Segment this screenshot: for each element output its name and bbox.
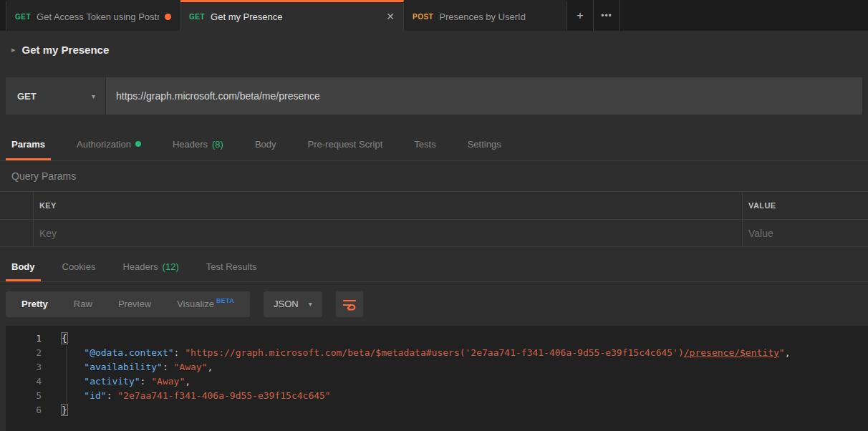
tab-params[interactable]: Params — [6, 127, 51, 160]
tab-response-body[interactable]: Body — [6, 252, 41, 281]
code-line: 6} — [6, 403, 868, 417]
tab-label: Body — [11, 261, 35, 272]
close-tab-icon[interactable]: ✕ — [386, 11, 395, 22]
view-label: Raw — [74, 299, 92, 309]
tab-label: Tests — [414, 139, 435, 150]
tab-label: Body — [255, 139, 276, 150]
row-handle-cell — [0, 192, 34, 219]
tabbar-spacer — [0, 0, 6, 31]
tab-test-results[interactable]: Test Results — [201, 252, 263, 281]
tab-title: Get my Presence — [211, 11, 376, 22]
tab-title: Get Access Token using Postma... — [37, 11, 159, 22]
code-line: 2 "@odata.context": "https://graph.micro… — [6, 346, 868, 360]
url-input[interactable]: https://graph.microsoft.com/beta/me/pres… — [106, 77, 862, 115]
wrap-text-icon — [342, 298, 357, 311]
request-tab-get-my-presence[interactable]: GET Get my Presence ✕ — [180, 0, 404, 31]
response-toolbar: Pretty Raw Preview Visualize BETA JSON ▾ — [0, 282, 868, 326]
line-number: 1 — [6, 331, 42, 346]
tab-tests[interactable]: Tests — [408, 127, 441, 160]
method-badge: POST — [413, 13, 433, 21]
view-preview[interactable]: Preview — [105, 299, 164, 309]
expand-caret-icon[interactable]: ▸ — [11, 45, 16, 54]
request-tab-presences-by-userid[interactable]: POST Presences by UserId — [404, 0, 567, 31]
chevron-down-icon: ▾ — [92, 92, 95, 100]
new-tab-button[interactable]: + — [567, 0, 594, 31]
format-selected: JSON — [274, 299, 299, 309]
tab-count: (12) — [163, 261, 179, 272]
line-number: 5 — [6, 389, 42, 403]
method-badge: GET — [15, 13, 31, 21]
code-line: 5 "id": "2e7aa741-f341-406a-9d55-e39f15c… — [6, 389, 868, 403]
beta-badge: BETA — [216, 297, 234, 304]
method-badge: GET — [189, 13, 205, 21]
unsaved-changes-dot — [165, 14, 171, 20]
tab-label: Headers — [173, 139, 208, 150]
indent-guide — [66, 346, 67, 403]
value-input[interactable]: Value — [743, 220, 868, 246]
request-title-row: ▸ Get my Presence — [0, 31, 868, 69]
line-number: 6 — [6, 403, 42, 417]
view-label: Preview — [118, 299, 151, 309]
view-raw[interactable]: Raw — [61, 299, 105, 309]
code-lines: 1{2 "@odata.context": "https://graph.mic… — [6, 331, 868, 417]
value-column-header: VALUE — [743, 192, 868, 219]
request-title: Get my Presence — [22, 44, 110, 56]
view-pretty[interactable]: Pretty — [9, 299, 61, 309]
view-label: Pretty — [21, 299, 48, 309]
tab-label: Authorization — [77, 139, 131, 150]
more-options-icon: ••• — [601, 11, 612, 21]
wrap-text-button[interactable] — [336, 291, 363, 317]
code-line: 1{ — [6, 331, 868, 346]
table-row: Key Value — [0, 219, 868, 246]
request-section-tabs: Params Authorization Headers (8) Body Pr… — [0, 127, 868, 161]
tab-label: Test Results — [206, 261, 257, 272]
tab-label: Settings — [468, 139, 501, 150]
query-params-heading: Query Params — [0, 161, 868, 191]
line-number: 3 — [6, 360, 42, 374]
tab-count: (8) — [212, 139, 223, 150]
response-section-tabs: Body Cookies Headers (12) Test Results — [0, 247, 868, 282]
key-input[interactable]: Key — [34, 220, 743, 246]
code-line: 3 "availability": "Away", — [6, 360, 868, 374]
view-label: Visualize — [177, 299, 214, 309]
response-format-dropdown[interactable]: JSON ▾ — [264, 291, 322, 317]
line-number: 2 — [6, 346, 42, 360]
url-value: https://graph.microsoft.com/beta/me/pres… — [116, 90, 320, 102]
method-dropdown[interactable]: GET ▾ — [6, 77, 106, 115]
tab-cookies[interactable]: Cookies — [57, 252, 102, 281]
query-params-table: KEY VALUE Key Value — [0, 191, 868, 247]
method-selected: GET — [17, 91, 37, 102]
tab-authorization[interactable]: Authorization — [71, 127, 147, 160]
key-column-header: KEY — [34, 192, 743, 219]
tab-label: Cookies — [62, 261, 96, 272]
tab-label: Pre-request Script — [308, 139, 383, 150]
plus-icon: + — [577, 9, 584, 23]
table-header-row: KEY VALUE — [0, 192, 868, 219]
code-line: 4 "activity": "Away", — [6, 374, 868, 389]
request-tabbar: GET Get Access Token using Postma... GET… — [0, 0, 868, 31]
request-tab-get-access-token[interactable]: GET Get Access Token using Postma... — [6, 0, 180, 31]
tab-settings[interactable]: Settings — [462, 127, 507, 160]
row-handle-cell — [0, 220, 34, 246]
chevron-down-icon: ▾ — [309, 300, 312, 308]
tab-label: Params — [11, 139, 45, 150]
line-number: 4 — [6, 374, 42, 389]
authorized-status-dot — [135, 141, 141, 147]
url-builder: GET ▾ https://graph.microsoft.com/beta/m… — [0, 69, 868, 127]
view-mode-segmented-control: Pretty Raw Preview Visualize BETA — [6, 291, 250, 317]
view-visualize[interactable]: Visualize BETA — [164, 299, 247, 309]
tab-body[interactable]: Body — [249, 127, 282, 160]
tab-label: Headers — [122, 261, 158, 272]
tab-options-button[interactable]: ••• — [594, 0, 620, 31]
tab-title: Presences by UserId — [439, 11, 558, 22]
response-body-viewer[interactable]: 1{2 "@odata.context": "https://graph.mic… — [6, 326, 868, 431]
tab-pre-request-script[interactable]: Pre-request Script — [302, 127, 389, 160]
tab-response-headers[interactable]: Headers (12) — [117, 252, 184, 281]
tab-headers[interactable]: Headers (8) — [167, 127, 229, 160]
